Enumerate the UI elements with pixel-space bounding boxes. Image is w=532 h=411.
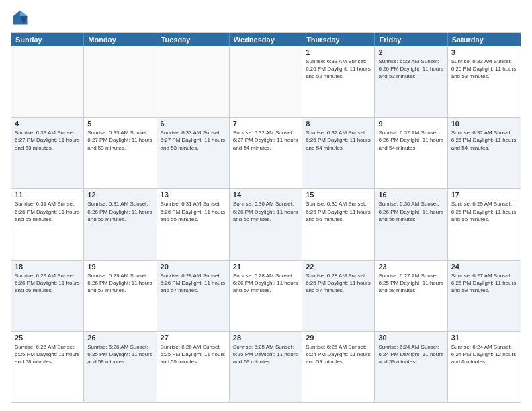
day-info: Sunrise: 6:29 AM Sunset: 6:26 PM Dayligh… <box>451 200 517 223</box>
cal-header-thursday: Thursday <box>302 33 375 46</box>
day-number: 28 <box>233 334 298 342</box>
day-number: 8 <box>306 120 371 128</box>
cal-cell-1-1: 5Sunrise: 6:33 AM Sunset: 6:27 PM Daylig… <box>84 118 157 188</box>
day-number: 18 <box>15 263 80 271</box>
cal-cell-0-3 <box>230 46 302 117</box>
day-info: Sunrise: 6:33 AM Sunset: 6:27 PM Dayligh… <box>87 129 152 152</box>
cal-cell-4-1: 26Sunrise: 6:26 AM Sunset: 6:25 PM Dayli… <box>84 332 157 402</box>
day-number: 26 <box>87 334 152 342</box>
cal-header-wednesday: Wednesday <box>230 33 302 46</box>
day-info: Sunrise: 6:33 AM Sunset: 6:27 PM Dayligh… <box>15 129 80 152</box>
day-info: Sunrise: 6:33 AM Sunset: 6:27 PM Dayligh… <box>161 129 226 152</box>
day-number: 21 <box>233 263 298 271</box>
logo-icon <box>11 8 30 27</box>
day-number: 7 <box>233 120 298 128</box>
day-number: 10 <box>451 120 517 128</box>
day-number: 11 <box>15 191 80 199</box>
day-info: Sunrise: 6:33 AM Sunset: 6:26 PM Dayligh… <box>306 58 371 81</box>
cal-cell-3-2: 20Sunrise: 6:28 AM Sunset: 6:26 PM Dayli… <box>157 261 230 331</box>
cal-header-sunday: Sunday <box>11 33 84 46</box>
day-info: Sunrise: 6:30 AM Sunset: 6:26 PM Dayligh… <box>306 200 371 223</box>
cal-header-friday: Friday <box>375 33 447 46</box>
cal-cell-2-2: 13Sunrise: 6:31 AM Sunset: 6:26 PM Dayli… <box>157 189 230 259</box>
cal-cell-1-6: 10Sunrise: 6:32 AM Sunset: 6:26 PM Dayli… <box>448 118 521 188</box>
day-number: 15 <box>306 191 371 199</box>
cal-cell-0-6: 3Sunrise: 6:33 AM Sunset: 6:26 PM Daylig… <box>448 46 521 117</box>
cal-row-1: 4Sunrise: 6:33 AM Sunset: 6:27 PM Daylig… <box>11 117 521 188</box>
day-info: Sunrise: 6:24 AM Sunset: 6:24 PM Dayligh… <box>451 343 517 366</box>
day-number: 30 <box>378 334 443 342</box>
day-info: Sunrise: 6:30 AM Sunset: 6:26 PM Dayligh… <box>378 200 443 223</box>
day-info: Sunrise: 6:29 AM Sunset: 6:26 PM Dayligh… <box>15 272 80 295</box>
cal-cell-2-1: 12Sunrise: 6:31 AM Sunset: 6:26 PM Dayli… <box>84 189 157 259</box>
cal-row-4: 25Sunrise: 6:26 AM Sunset: 6:25 PM Dayli… <box>11 331 521 402</box>
day-number: 20 <box>161 263 226 271</box>
cal-cell-4-0: 25Sunrise: 6:26 AM Sunset: 6:25 PM Dayli… <box>11 332 84 402</box>
cal-cell-4-6: 31Sunrise: 6:24 AM Sunset: 6:24 PM Dayli… <box>448 332 521 402</box>
day-number: 14 <box>233 191 298 199</box>
cal-cell-0-2 <box>157 46 230 117</box>
day-info: Sunrise: 6:28 AM Sunset: 6:26 PM Dayligh… <box>161 272 226 295</box>
cal-cell-0-5: 2Sunrise: 6:33 AM Sunset: 6:26 PM Daylig… <box>375 46 447 117</box>
day-info: Sunrise: 6:32 AM Sunset: 6:26 PM Dayligh… <box>451 129 517 152</box>
cal-cell-3-6: 24Sunrise: 6:27 AM Sunset: 6:25 PM Dayli… <box>448 261 521 331</box>
day-number: 3 <box>451 48 517 56</box>
day-info: Sunrise: 6:26 AM Sunset: 6:25 PM Dayligh… <box>161 343 226 366</box>
cal-cell-3-5: 23Sunrise: 6:27 AM Sunset: 6:25 PM Dayli… <box>375 261 447 331</box>
day-number: 31 <box>451 334 517 342</box>
svg-marker-1 <box>20 11 28 17</box>
cal-cell-2-5: 16Sunrise: 6:30 AM Sunset: 6:26 PM Dayli… <box>375 189 447 259</box>
day-number: 6 <box>161 120 226 128</box>
day-number: 22 <box>306 263 371 271</box>
calendar-header-row: SundayMondayTuesdayWednesdayThursdayFrid… <box>11 33 521 46</box>
cal-cell-1-3: 7Sunrise: 6:32 AM Sunset: 6:27 PM Daylig… <box>230 118 302 188</box>
day-number: 5 <box>87 120 152 128</box>
logo <box>11 8 32 27</box>
cal-cell-3-4: 22Sunrise: 6:28 AM Sunset: 6:25 PM Dayli… <box>302 261 375 331</box>
cal-cell-4-3: 28Sunrise: 6:25 AM Sunset: 6:25 PM Dayli… <box>230 332 302 402</box>
cal-cell-4-5: 30Sunrise: 6:24 AM Sunset: 6:24 PM Dayli… <box>375 332 447 402</box>
day-number: 9 <box>378 120 443 128</box>
calendar-body: 1Sunrise: 6:33 AM Sunset: 6:26 PM Daylig… <box>11 46 521 402</box>
day-info: Sunrise: 6:27 AM Sunset: 6:25 PM Dayligh… <box>451 272 517 295</box>
day-number: 13 <box>161 191 226 199</box>
calendar: SundayMondayTuesdayWednesdayThursdayFrid… <box>11 32 521 403</box>
cal-cell-3-3: 21Sunrise: 6:28 AM Sunset: 6:26 PM Dayli… <box>230 261 302 331</box>
day-number: 17 <box>451 191 517 199</box>
cal-cell-1-0: 4Sunrise: 6:33 AM Sunset: 6:27 PM Daylig… <box>11 118 84 188</box>
day-number: 4 <box>15 120 80 128</box>
cal-cell-4-2: 27Sunrise: 6:26 AM Sunset: 6:25 PM Dayli… <box>157 332 230 402</box>
day-info: Sunrise: 6:32 AM Sunset: 6:26 PM Dayligh… <box>306 129 371 152</box>
day-info: Sunrise: 6:32 AM Sunset: 6:26 PM Dayligh… <box>378 129 443 152</box>
cal-cell-0-4: 1Sunrise: 6:33 AM Sunset: 6:26 PM Daylig… <box>302 46 375 117</box>
cal-cell-1-2: 6Sunrise: 6:33 AM Sunset: 6:27 PM Daylig… <box>157 118 230 188</box>
day-number: 19 <box>87 263 152 271</box>
day-info: Sunrise: 6:32 AM Sunset: 6:27 PM Dayligh… <box>233 129 298 152</box>
cal-cell-2-3: 14Sunrise: 6:30 AM Sunset: 6:26 PM Dayli… <box>230 189 302 259</box>
day-info: Sunrise: 6:33 AM Sunset: 6:26 PM Dayligh… <box>451 58 517 81</box>
day-info: Sunrise: 6:30 AM Sunset: 6:26 PM Dayligh… <box>233 200 298 223</box>
day-info: Sunrise: 6:31 AM Sunset: 6:26 PM Dayligh… <box>87 200 152 223</box>
cal-cell-3-1: 19Sunrise: 6:29 AM Sunset: 6:26 PM Dayli… <box>84 261 157 331</box>
day-info: Sunrise: 6:29 AM Sunset: 6:26 PM Dayligh… <box>87 272 152 295</box>
cal-header-monday: Monday <box>84 33 157 46</box>
day-number: 2 <box>378 48 443 56</box>
day-info: Sunrise: 6:24 AM Sunset: 6:24 PM Dayligh… <box>378 343 443 366</box>
cal-cell-1-5: 9Sunrise: 6:32 AM Sunset: 6:26 PM Daylig… <box>375 118 447 188</box>
day-info: Sunrise: 6:33 AM Sunset: 6:26 PM Dayligh… <box>378 58 443 81</box>
cal-cell-3-0: 18Sunrise: 6:29 AM Sunset: 6:26 PM Dayli… <box>11 261 84 331</box>
day-info: Sunrise: 6:28 AM Sunset: 6:25 PM Dayligh… <box>306 272 371 295</box>
cal-row-0: 1Sunrise: 6:33 AM Sunset: 6:26 PM Daylig… <box>11 46 521 117</box>
day-number: 24 <box>451 263 517 271</box>
day-info: Sunrise: 6:26 AM Sunset: 6:25 PM Dayligh… <box>15 343 80 366</box>
day-info: Sunrise: 6:26 AM Sunset: 6:25 PM Dayligh… <box>87 343 152 366</box>
day-number: 12 <box>87 191 152 199</box>
cal-cell-2-0: 11Sunrise: 6:31 AM Sunset: 6:26 PM Dayli… <box>11 189 84 259</box>
cal-row-2: 11Sunrise: 6:31 AM Sunset: 6:26 PM Dayli… <box>11 188 521 259</box>
day-number: 25 <box>15 334 80 342</box>
cal-cell-4-4: 29Sunrise: 6:25 AM Sunset: 6:24 PM Dayli… <box>302 332 375 402</box>
cal-row-3: 18Sunrise: 6:29 AM Sunset: 6:26 PM Dayli… <box>11 260 521 331</box>
page: SundayMondayTuesdayWednesdayThursdayFrid… <box>0 0 532 411</box>
cal-header-saturday: Saturday <box>448 33 521 46</box>
day-number: 23 <box>378 263 443 271</box>
